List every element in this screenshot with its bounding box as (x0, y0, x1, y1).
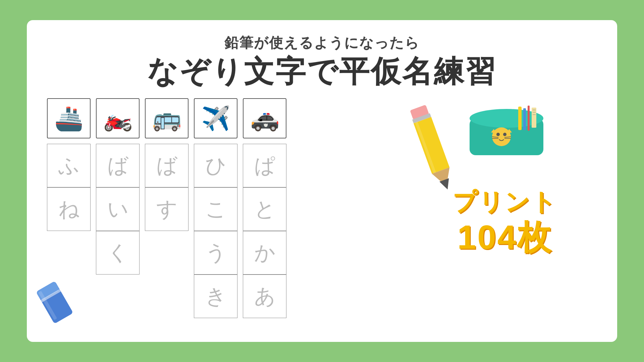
kana-cell: と (243, 187, 286, 231)
kana-cell: き (194, 275, 237, 318)
svg-point-9 (496, 133, 500, 136)
kana-cell: ば (145, 144, 189, 187)
motorcycle-icon: 🏍️ (103, 107, 132, 130)
kana-cell: か (243, 231, 286, 275)
kana-columns: ふ ね ば い く ば す ひ こ う (47, 144, 402, 318)
kana-cell: あ (243, 275, 286, 318)
kana-cell: ふ (47, 144, 91, 187)
pencil-case-area (413, 102, 597, 159)
subtitle: 鉛筆が使えるようになったら (47, 34, 597, 52)
kana-column-2: ば い く (96, 144, 140, 318)
svg-point-8 (492, 127, 511, 146)
ship-icon: 🚢 (54, 107, 84, 130)
images-row: 🚢 🏍️ 🚌 ✈️ 🚓 (47, 98, 402, 138)
kana-cell: う (194, 231, 237, 275)
pencil-case-icon (466, 105, 553, 159)
kana-cell: ば (96, 144, 140, 187)
eraser-icon (37, 274, 74, 330)
kana-column-4: ひ こ う き (194, 144, 237, 318)
print-info: プリント 104枚 (452, 182, 557, 260)
kana-column-5: ぱ と か あ (243, 144, 286, 318)
print-count: 104枚 (452, 215, 557, 260)
title-area: 鉛筆が使えるようになったら なぞり文字で平仮名練習 (47, 34, 597, 88)
svg-rect-19 (528, 106, 530, 131)
police-car-icon: 🚓 (250, 107, 279, 130)
bus-icon: 🚌 (152, 107, 181, 130)
practice-section: 🚢 🏍️ 🚌 ✈️ 🚓 (47, 98, 402, 318)
eraser-area (37, 274, 74, 332)
ship-image-box: 🚢 (47, 98, 91, 138)
kana-cell: す (145, 187, 189, 231)
print-label: プリント (452, 189, 557, 215)
kana-cell: ぱ (243, 144, 286, 187)
svg-rect-20 (532, 108, 536, 128)
kana-column-3: ば す (145, 144, 189, 318)
svg-point-10 (503, 133, 506, 136)
main-card: 鉛筆が使えるようになったら なぞり文字で平仮名練習 🚢 🏍️ 🚌 (27, 20, 617, 342)
svg-rect-18 (523, 108, 526, 130)
kana-cell: ね (47, 187, 91, 231)
kana-cell: ひ (194, 144, 237, 187)
bus-image-box: 🚌 (145, 98, 189, 138)
svg-rect-17 (518, 107, 522, 130)
motorcycle-image-box: 🏍️ (96, 98, 140, 138)
kana-cell: こ (194, 187, 237, 231)
content-area: 🚢 🏍️ 🚌 ✈️ 🚓 (47, 98, 597, 318)
kana-cell: く (96, 231, 140, 275)
main-title: なぞり文字で平仮名練習 (47, 55, 597, 88)
airplane-image-box: ✈️ (194, 98, 237, 138)
police-car-image-box: 🚓 (243, 98, 286, 138)
kana-cell: い (96, 187, 140, 231)
pencil-icon (406, 102, 460, 195)
airplane-icon: ✈️ (201, 107, 230, 130)
right-section: プリント 104枚 (402, 98, 597, 318)
